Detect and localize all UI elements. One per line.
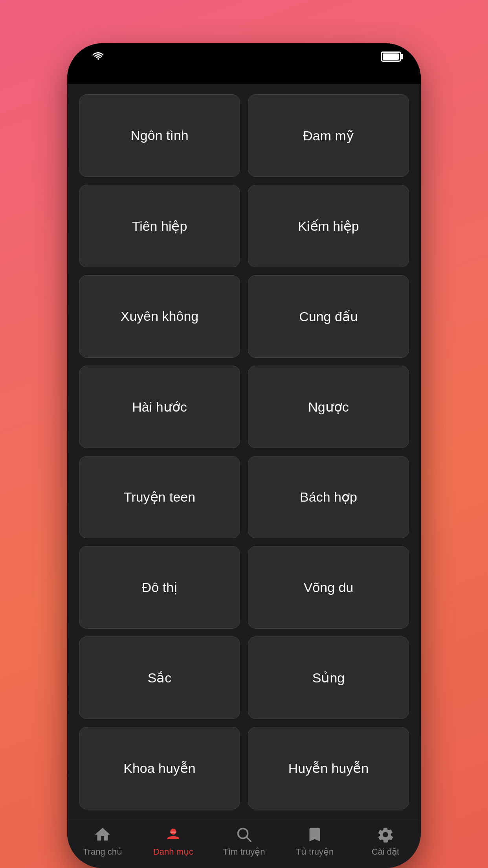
settings-icon [376, 826, 394, 844]
category-btn-Ngôn_tình[interactable]: Ngôn tình [79, 94, 240, 177]
tab-bar: Trang chủ Danh mụcTìm truyệnTủ truyệnCài… [67, 819, 421, 868]
tab-label-home: Trang chủ [83, 847, 122, 857]
tab-label-list: Danh mục [153, 847, 193, 857]
category-row-4: Truyện teenBách hợp [79, 456, 409, 539]
category-btn-Võng_du[interactable]: Võng du [248, 546, 409, 629]
bookmark-icon [306, 826, 324, 844]
page-title [213, 0, 275, 43]
svg-rect-1 [170, 831, 176, 833]
category-btn-Hài_hước[interactable]: Hài hước [79, 366, 240, 448]
category-btn-Truyện_teen[interactable]: Truyện teen [79, 456, 240, 539]
nav-title [67, 67, 421, 85]
category-btn-Ngược[interactable]: Ngược [248, 366, 409, 448]
phone-frame: Ngôn tìnhĐam mỹTiên hiệpKiếm hiệpXuyên k… [67, 43, 421, 868]
category-btn-Khoa_huyễn[interactable]: Khoa huyễn [79, 727, 240, 809]
category-btn-Bách_hợp[interactable]: Bách hợp [248, 456, 409, 539]
tab-list[interactable]: Danh mục [138, 826, 209, 857]
tab-settings[interactable]: Cài đặt [350, 826, 421, 857]
category-row-2: Xuyên khôngCung đấu [79, 275, 409, 358]
category-btn-Huyễn_huyễn[interactable]: Huyễn huyễn [248, 727, 409, 809]
category-row-1: Tiên hiệpKiếm hiệp [79, 185, 409, 267]
category-btn-Đam_mỹ[interactable]: Đam mỹ [248, 94, 409, 177]
category-btn-Kiếm_hiệp[interactable]: Kiếm hiệp [248, 185, 409, 267]
category-btn-Sủng[interactable]: Sủng [248, 636, 409, 719]
category-btn-Xuyên_không[interactable]: Xuyên không [79, 275, 240, 358]
status-bar [67, 43, 421, 67]
svg-line-3 [247, 837, 251, 842]
category-btn-Cung_đấu[interactable]: Cung đấu [248, 275, 409, 358]
tab-search[interactable]: Tìm truyện [209, 826, 279, 857]
category-btn-Đô_thị[interactable]: Đô thị [79, 546, 240, 629]
home-icon [94, 826, 112, 844]
wifi-icon [92, 50, 104, 63]
battery-icon [381, 51, 401, 62]
tab-label-bookmark: Tủ truyện [296, 847, 334, 857]
category-btn-Tiên_hiệp[interactable]: Tiên hiệp [79, 185, 240, 267]
tab-label-search: Tìm truyện [223, 847, 265, 857]
category-row-5: Đô thịVõng du [79, 546, 409, 629]
category-row-6: SắcSủng [79, 636, 409, 719]
category-row-3: Hài hướcNgược [79, 366, 409, 448]
tab-bookmark[interactable]: Tủ truyện [279, 826, 350, 857]
tab-label-settings: Cài đặt [372, 847, 399, 857]
search-icon [235, 826, 253, 844]
tab-home[interactable]: Trang chủ [67, 826, 138, 857]
category-grid: Ngôn tìnhĐam mỹTiên hiệpKiếm hiệpXuyên k… [67, 85, 421, 819]
category-btn-Sắc[interactable]: Sắc [79, 636, 240, 719]
list-icon [164, 826, 182, 844]
category-row-0: Ngôn tìnhĐam mỹ [79, 94, 409, 177]
category-row-7: Khoa huyễnHuyễn huyễn [79, 727, 409, 809]
